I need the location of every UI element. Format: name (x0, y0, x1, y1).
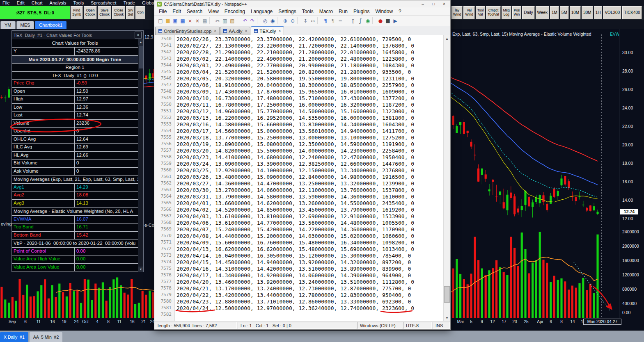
npp-menu-window[interactable]: Window (372, 9, 396, 14)
toolbar-button-srv-set[interactable]: SrvSet (126, 6, 135, 19)
scroll-down-icon[interactable]: ▼ (444, 315, 450, 321)
save-all-icon[interactable]: ▦ (179, 17, 186, 24)
sierra-menu-trade[interactable]: Trade (124, 0, 135, 5)
editor-scrollbar[interactable]: ▲ ▼ (443, 35, 450, 321)
values-window-title-bar[interactable]: TEX Daily #1 - Chart Values For Tools × (12, 31, 143, 39)
text-editor[interactable]: 7540754175427543754475457546754775487549… (154, 35, 450, 321)
document-tab-orderentrystudies-cpp[interactable]: OrderEntryStudies.cpp× (155, 27, 220, 35)
save-icon[interactable]: ▣ (172, 17, 179, 24)
toolbar-button-save-cbook[interactable]: SaveCbook (98, 6, 111, 19)
npp-menu-settings[interactable]: Settings (275, 9, 299, 14)
copy-icon[interactable]: ▥ (221, 17, 229, 24)
toolbar-button-close-cbook[interactable]: CloseCbook (112, 6, 126, 19)
chart-tab-x-daily-1[interactable]: X Daily #1 (0, 332, 28, 342)
zoom-out-icon[interactable]: ⊖ (289, 17, 296, 24)
document-map-icon[interactable]: ▯ (349, 17, 357, 24)
timeframe-button-1m[interactable]: 1M (550, 6, 559, 19)
tab-close-icon[interactable]: × (245, 29, 247, 33)
tab-close-icon[interactable]: × (279, 29, 281, 33)
notepad-title-bar[interactable]: N C:\SierraChart\Data\TEX.dly - Notepad+… (154, 0, 450, 7)
timeframe-button-10m[interactable]: 10M (570, 6, 581, 19)
new-file-icon[interactable]: □ (157, 17, 164, 24)
npp-menu-run[interactable]: Run (336, 9, 351, 14)
npp-menu-tools[interactable]: Tools (299, 9, 316, 14)
document-tab-tex-dly[interactable]: TEX.dly× (251, 26, 284, 35)
price-scale[interactable]: 30.0028.0026.0024.0022.0020.0018.0016.00… (619, 29, 644, 318)
doc-length-cell: length : 559,904 lines : 7,582 (155, 322, 237, 329)
cut-icon[interactable]: ✂ (214, 17, 221, 24)
find-icon[interactable]: ◎ (261, 17, 269, 24)
close-all-icon[interactable]: × (194, 17, 201, 24)
scrollbar-thumb[interactable] (444, 286, 450, 303)
npp-menu-search[interactable]: Search (184, 9, 205, 14)
document-tab-aa-dly[interactable]: AA.dly× (220, 27, 250, 35)
paste-icon[interactable]: ▧ (229, 17, 236, 24)
toolbar-button-open-cbook[interactable]: OpenCbook (84, 6, 97, 19)
toolbar-button-con[interactable]: Con (135, 6, 145, 19)
print-icon[interactable]: ▤ (201, 17, 209, 24)
maximize-button[interactable]: □ (428, 1, 439, 7)
npp-menu-view[interactable]: View (205, 9, 222, 14)
sierra-menu-chart[interactable]: Chart (32, 0, 43, 5)
sierra-menu-analysis[interactable]: Analysis (50, 0, 66, 5)
toolbar-button-lay-wind[interactable]: layWind (451, 6, 463, 19)
timeframe-button-tick400[interactable]: TICK400 (622, 6, 642, 19)
sierra-menu-spreadsheet[interactable]: Spreadsheet (91, 0, 116, 5)
sierra-menu-edit[interactable]: Edit (17, 0, 25, 5)
play-macro-icon[interactable]: ▶ (392, 17, 399, 24)
record-macro-icon[interactable]: ● (377, 17, 384, 24)
sierra-menu-tools[interactable]: Tools (73, 0, 84, 5)
redo-icon[interactable]: ↷ (249, 17, 256, 24)
function-list-icon[interactable]: ƒ (357, 17, 364, 24)
indent-guide-icon[interactable]: ≡ (337, 17, 344, 24)
panel-value: 0.00 (74, 255, 138, 263)
open-folder-icon[interactable]: ■ (164, 17, 172, 24)
npp-menu-file[interactable]: File (156, 9, 170, 14)
chart-tab-aa-5-min-2[interactable]: AA 5 Min #2 (30, 332, 62, 342)
zoom-in-icon[interactable]: ⊕ (282, 17, 289, 24)
scroll-up-icon[interactable]: ▲ (444, 35, 450, 42)
tab-close-icon[interactable]: × (214, 29, 216, 33)
toolbar-button-tool-val[interactable]: ToolVal (476, 6, 486, 19)
toolbar-button-find-symb[interactable]: FindSymb (71, 6, 83, 19)
timeframe-button-daily[interactable]: Daily (522, 6, 534, 19)
close-icon[interactable]: × (135, 32, 142, 39)
timeframe-button-1h[interactable]: 1H (594, 6, 603, 19)
toolbar-button-cmpct-toolval[interactable]: CmpctToolVal (486, 6, 500, 19)
scrollbar-thumb[interactable] (139, 46, 143, 68)
minimize-button[interactable]: – (417, 1, 428, 7)
npp-menu-macro[interactable]: Macro (316, 9, 336, 14)
timeframe-button-30m[interactable]: 30M (582, 6, 593, 19)
panel-value: 16.71 (74, 223, 138, 231)
sierra-menu-file[interactable]: File (2, 0, 10, 5)
npp-menu-encoding[interactable]: Encoding (222, 9, 248, 14)
close-file-icon[interactable]: × (186, 17, 194, 24)
scroll-down-icon[interactable]: ▼ (138, 267, 143, 272)
chartbook-tab-mes[interactable]: MES (16, 21, 34, 29)
timeframe-button-week[interactable]: Week (536, 6, 549, 19)
values-scrollbar[interactable]: ▲ ▼ (138, 39, 143, 272)
chartbook-tab-chartbook1[interactable]: Chartbook1 (35, 21, 66, 29)
close-button[interactable]: × (439, 1, 449, 7)
sync-horizontal-icon[interactable]: ↔ (309, 17, 316, 24)
chartbook-tab-ym[interactable]: YM (0, 21, 16, 29)
monitor-icon[interactable]: ◉ (364, 17, 371, 24)
replace-icon[interactable]: ◉ (269, 17, 276, 24)
sync-vertical-icon[interactable]: ↕ (302, 17, 309, 24)
toolbar-button-msg-log[interactable]: MsgLog (502, 6, 511, 19)
editor-line: 2020/04/08, 14.44000000, 15.20000000, 14… (176, 233, 443, 239)
npp-menu-language[interactable]: Language (248, 9, 275, 14)
show-all-characters-icon[interactable]: ¶ (329, 17, 337, 24)
toolbar-button-pos-win[interactable]: PosWin (512, 6, 522, 19)
editor-text[interactable]: 2020/02/26, 23.37000000, 23.37000000, 22… (175, 35, 443, 321)
npp-menu-plugins[interactable]: Plugins (351, 9, 372, 14)
timeframe-button-vol200[interactable]: VOL200 (603, 6, 621, 19)
toolbar-button-val-wind[interactable]: ValWind (463, 6, 474, 19)
scroll-up-icon[interactable]: ▲ (138, 39, 143, 45)
stop-macro-icon[interactable]: ■ (384, 17, 392, 24)
npp-menu-help[interactable]: ? (396, 9, 404, 14)
word-wrap-icon[interactable]: ¶ (322, 17, 329, 24)
timeframe-button-5m[interactable]: 5M (560, 6, 569, 19)
npp-menu-edit[interactable]: Edit (170, 9, 184, 14)
undo-icon[interactable]: ↶ (241, 17, 249, 24)
